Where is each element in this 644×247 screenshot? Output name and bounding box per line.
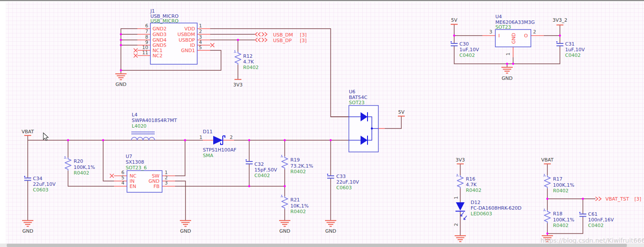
l4-designator: L4 <box>132 112 137 118</box>
grid-lines <box>6 2 644 244</box>
c34-footprint: C0603 <box>33 187 49 193</box>
d11-value: STPS1H100AF <box>203 147 236 153</box>
c61-designator: C61 <box>588 211 598 217</box>
port-sheet-ref: [3] <box>300 32 307 38</box>
r18-value: 100K,1% <box>553 217 574 223</box>
u7-designator: U7 <box>126 154 132 159</box>
junction-dot <box>330 139 332 142</box>
u4-designator: U4 <box>495 14 502 20</box>
gnd-label: GND <box>22 228 33 234</box>
junction-dot <box>67 139 69 142</box>
r16-value: 4.7K <box>466 182 477 188</box>
d11-pin-number: 1 <box>199 135 202 140</box>
u7-pin-name: EN <box>130 184 136 189</box>
gnd-label: GND <box>115 82 126 87</box>
power-net-label: VBAT <box>541 157 554 163</box>
power-net-label: 3V3 <box>455 157 465 163</box>
c32-value: 15pF,50V <box>254 167 277 173</box>
power-net-label: VBAT <box>22 129 34 135</box>
window-top-edge <box>0 0 644 1</box>
j1-pin-number: 2 <box>199 29 202 34</box>
power-net-label: 3V3_2 <box>553 17 567 23</box>
junction-dot <box>102 139 104 142</box>
power-net-label: 5V <box>451 17 458 23</box>
u7-pin-number: 3 <box>165 180 168 186</box>
u7-footprint: SOT23_6 <box>126 165 147 171</box>
j1-pin-number: 1 <box>199 23 202 29</box>
c34-designator: C34 <box>33 176 42 181</box>
u4-footprint: SOT23 <box>495 24 511 30</box>
u7-pin-name: FB <box>153 184 159 189</box>
d12-footprint: LED0603 <box>471 211 492 217</box>
junction-dot <box>546 198 549 200</box>
junction-dot <box>284 139 286 142</box>
junction-dot <box>582 198 584 200</box>
d12-pin-number: 2 <box>453 223 459 226</box>
junction-dot <box>284 185 286 188</box>
c31-value: 1uF,10V <box>565 47 585 53</box>
u7-value: SX1308 <box>126 159 144 165</box>
c31-footprint: C0402 <box>565 53 581 58</box>
j1-pin-number: 7 <box>145 29 148 34</box>
c61-value: 100nF,16V <box>588 217 614 223</box>
gnd-label: GND <box>180 228 191 234</box>
r19-designator: R19 <box>290 157 300 163</box>
port-label: VBAT_TST <box>605 196 629 202</box>
d11-footprint: SMA <box>203 153 213 158</box>
horizontal-scrollbar[interactable] <box>0 244 644 247</box>
scrollbar-thumb[interactable] <box>7 244 627 247</box>
junction-dot <box>237 39 239 41</box>
junction-dot <box>506 63 508 65</box>
r20-value: 100K,1% <box>74 165 95 170</box>
j1-footprint: USB_MICRO <box>150 18 179 24</box>
c61-footprint: C0402 <box>588 223 604 228</box>
r19-footprint: R0402 <box>290 169 306 175</box>
d12-pin-number: 1 <box>453 196 459 199</box>
gnd-label: GND <box>325 228 336 234</box>
d12-designator: D12 <box>471 200 480 205</box>
u4-pin-name: O <box>524 33 528 39</box>
r21-designator: R21 <box>290 197 300 203</box>
u4-pin-number: 1 <box>505 53 511 56</box>
u6-inner-junction <box>371 128 373 130</box>
junction-dot <box>512 63 514 65</box>
u6-designator: U6 <box>349 89 355 95</box>
gnd-label: GND <box>501 76 512 81</box>
r17-value: 100K,1% <box>553 182 574 188</box>
j1-pin-number: 6 <box>145 23 148 29</box>
l4-value: SWPA4018S4R7MT <box>132 118 177 123</box>
r19-value: 73.2K,1% <box>290 163 313 169</box>
junction-dot <box>120 44 122 46</box>
c30-value: 1uF,10V <box>459 47 479 53</box>
gnd-label: GND <box>279 228 290 234</box>
r12-designator: R12 <box>243 53 253 59</box>
junction-dot <box>120 69 122 72</box>
power-net-label: 3V3 <box>233 82 243 88</box>
c30-designator: C30 <box>459 41 469 47</box>
j1-pin-number: 5 <box>199 45 202 50</box>
j1-pin-name: GND3 <box>153 32 166 37</box>
d11-designator: D11 <box>203 129 212 135</box>
schematic-sheet[interactable]: J1 USB_MICRO USB_MICRO 6 7 8 9 10 11 GND… <box>0 0 644 247</box>
junction-dot <box>559 35 561 37</box>
port-sheet-ref: [3] <box>300 38 307 43</box>
r17-designator: R17 <box>553 176 563 182</box>
junction-dot <box>248 185 250 188</box>
j1-pin-name: GND2 <box>153 26 166 32</box>
c34-value: 22uF,10V <box>33 181 56 187</box>
port-label: USB_DP <box>273 38 292 43</box>
power-vbat-main[interactable]: VBAT <box>22 129 34 135</box>
watermark: https://blog.csdn.net/Kiwifruit666 <box>540 237 644 244</box>
port-sheet-ref: [3] <box>634 196 641 202</box>
c32-designator: C32 <box>254 161 264 167</box>
schematic-editor-canvas[interactable]: J1 USB_MICRO USB_MICRO 6 7 8 9 10 11 GND… <box>0 0 644 247</box>
j1-pin-name: VDD <box>185 26 195 32</box>
r18-designator: R18 <box>553 211 563 217</box>
c33-designator: C33 <box>336 174 346 179</box>
junction-dot <box>248 139 250 142</box>
r17-footprint: R0402 <box>553 188 569 194</box>
r16-designator: R16 <box>466 176 475 182</box>
j1-pin-number: 11 <box>142 50 148 56</box>
c33-footprint: C0603 <box>336 185 352 191</box>
junction-dot <box>453 35 455 37</box>
